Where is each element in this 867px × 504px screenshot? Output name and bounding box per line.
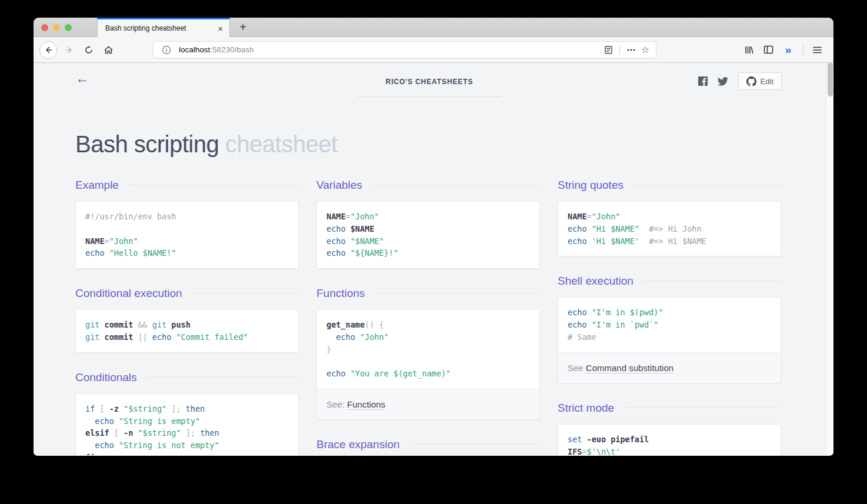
active-tab[interactable]: Bash scripting cheatsheet × (97, 18, 230, 37)
section-heading: Functions (316, 286, 540, 300)
page-actions-icon[interactable] (624, 43, 638, 57)
twitter-icon[interactable] (718, 77, 728, 86)
see-link[interactable]: Command substitution (586, 363, 673, 373)
code-token: echo (568, 236, 592, 246)
code-token: [ (114, 428, 124, 438)
edit-button[interactable]: Edit (738, 72, 782, 90)
url-bar[interactable]: localhost:58230/bash ☆ (153, 41, 656, 58)
code-token: #!/usr/bin/env bash (85, 212, 176, 221)
code-token: "Hello $NAME!" (109, 248, 176, 258)
menu-button[interactable] (808, 41, 826, 59)
code-card: git commit && git push git commit || ech… (75, 309, 299, 353)
code-block: #!/usr/bin/env bash NAME="John" echo "He… (76, 202, 298, 268)
code-token: "String is empty" (119, 416, 200, 426)
code-token: if (85, 404, 99, 413)
forward-button[interactable] (61, 41, 78, 59)
section-heading: Shell execution (558, 274, 781, 288)
section-brace-expansion: Brace expansion (316, 438, 540, 451)
overflow-menu-button[interactable]: » (779, 41, 796, 59)
code-card: #!/usr/bin/env bash NAME="John" echo "He… (75, 201, 299, 269)
home-button[interactable] (99, 41, 117, 59)
code-block: echo "I'm in $(pwd)" echo "I'm in `pwd`"… (558, 298, 781, 352)
code-token: IFS (568, 447, 582, 455)
code-token: $NAME (351, 224, 375, 233)
code-block: NAME="John" echo $NAME echo "$NAME" echo… (317, 202, 539, 268)
see-label: See (568, 363, 586, 373)
see-link[interactable]: Functions (347, 399, 385, 410)
sidebar-icon (763, 45, 773, 54)
sidebar-toggle-button[interactable] (759, 41, 777, 59)
section-heading-text: Brace expansion (316, 438, 400, 451)
new-tab-button[interactable]: + (234, 18, 252, 36)
section-shell-execution: Shell executionecho "I'm in $(pwd)" echo… (558, 274, 781, 383)
close-window-button[interactable] (41, 24, 48, 31)
code-token: get_name (326, 320, 365, 329)
code-token: echo (85, 416, 119, 426)
code-token: #=> Hi John (639, 224, 702, 233)
code-token: echo (326, 248, 351, 258)
reload-button[interactable] (80, 41, 98, 59)
back-icon (44, 45, 53, 55)
card-footer: See: Functions (317, 389, 539, 419)
section-heading-text: Functions (316, 286, 365, 300)
site-brand[interactable]: RICO'S CHEATSHEETS (386, 78, 473, 86)
code-token: fi (85, 453, 95, 455)
code-token: push (166, 320, 191, 329)
scrollbar-thumb[interactable] (828, 63, 833, 96)
code-token: -z (109, 404, 124, 413)
site-info-icon[interactable] (159, 43, 174, 57)
bookmark-star-icon[interactable]: ☆ (638, 43, 652, 57)
back-button[interactable] (39, 41, 57, 59)
code-token: [ (99, 404, 109, 413)
section-example: Example#!/usr/bin/env bash NAME="John" e… (75, 178, 299, 269)
facebook-icon[interactable] (698, 76, 708, 86)
page-title-main: Bash scripting (75, 131, 219, 157)
github-icon (746, 76, 756, 86)
cheatsheet-page: ← RICO'S CHEATSHEETS Edit (34, 63, 833, 455)
code-token: "You are $(get_name)" (351, 369, 451, 378)
url-input[interactable]: localhost:58230/bash (179, 45, 601, 54)
page-title-light: cheatsheet (225, 131, 338, 157)
minimize-window-button[interactable] (53, 24, 60, 31)
tab-close-icon[interactable]: × (216, 24, 224, 34)
section-heading-rule (373, 185, 540, 185)
code-block: set -euo pipefail IFS=$'\n\t' (558, 425, 781, 455)
code-token: echo (85, 440, 119, 450)
hamburger-icon (813, 46, 822, 54)
code-token: && (138, 320, 147, 329)
back-arrow-link[interactable]: ← (75, 71, 89, 85)
scrollbar[interactable] (826, 63, 833, 455)
code-token: = (105, 236, 109, 246)
section-heading-text: Conditionals (75, 371, 137, 384)
titlebar: Bash scripting cheatsheet × + (34, 18, 833, 37)
section-heading: Variables (316, 178, 540, 192)
zoom-window-button[interactable] (65, 24, 72, 31)
reader-mode-icon[interactable] (601, 43, 615, 57)
browser-window: Bash scripting cheatsheet × + (34, 18, 833, 456)
code-token: then (200, 428, 219, 438)
code-token: = (587, 212, 592, 221)
code-token: git (85, 320, 99, 329)
brand-wrap: RICO'S CHEATSHEETS (358, 76, 501, 97)
code-token: echo (326, 224, 351, 233)
section-conditional-execution: Conditional executiongit commit && git p… (75, 286, 299, 353)
reload-icon (84, 45, 94, 55)
code-card: NAME="John" echo "Hi $NAME" #=> Hi John … (558, 201, 781, 256)
site-header: ← RICO'S CHEATSHEETS Edit (34, 63, 833, 97)
code-token: git (85, 332, 99, 342)
code-token: then (186, 404, 205, 413)
column-1: Example#!/usr/bin/env bash NAME="John" e… (75, 178, 299, 455)
section-heading: Conditionals (75, 371, 299, 384)
tab-title: Bash scripting cheatsheet (105, 24, 216, 32)
code-token: "John" (351, 212, 379, 221)
section-heading: Conditional execution (75, 286, 299, 300)
column-2: VariablesNAME="John" echo $NAME echo "$N… (316, 178, 540, 455)
section-heading-rule (129, 185, 299, 185)
toolbar-separator (803, 44, 803, 56)
see-label: See: (326, 399, 347, 409)
code-block: NAME="John" echo "Hi $NAME" #=> Hi John … (558, 202, 781, 256)
section-conditionals: Conditionalsif [ -z "$string" ]; then ec… (75, 371, 299, 455)
code-token: echo (568, 320, 592, 329)
library-button[interactable] (740, 41, 758, 59)
code-token: # Same (568, 332, 596, 342)
